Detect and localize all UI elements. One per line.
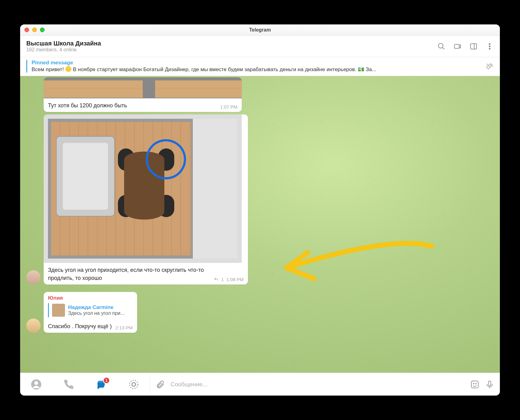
svg-line-1 <box>443 47 444 49</box>
message-bubble[interactable]: Тут хотя бы 1200 должно быть 1:07 PM <box>44 77 242 112</box>
pinned-text: Всем привет! В ноябре стартует марафон Б… <box>32 66 481 73</box>
search-icon[interactable] <box>437 42 445 50</box>
chat-header: Высшая Школа Дизайна 162 members, 4 onli… <box>20 36 500 57</box>
smile-emoji-icon <box>65 66 72 72</box>
message-row: Юлия Надежда Carmine Здесь угол на угол … <box>20 291 500 334</box>
avatar[interactable] <box>26 319 41 333</box>
message-image-floorplan[interactable] <box>44 114 242 263</box>
message-bubble[interactable]: Юлия Надежда Carmine Здесь угол на угол … <box>44 292 137 333</box>
video-chat-icon[interactable] <box>453 42 462 50</box>
chats-icon[interactable]: 1 <box>96 379 107 390</box>
svg-rect-14 <box>471 381 479 388</box>
sidebar-icon[interactable] <box>470 42 478 50</box>
pinned-message[interactable]: Pinned message Всем привет! В ноябре ста… <box>20 57 500 76</box>
reply-snippet: Здесь угол на угол при... <box>68 311 124 316</box>
message-image-thumbnail[interactable] <box>44 77 242 98</box>
message-meta: 2:13 PM <box>115 325 133 330</box>
pinned-body: Pinned message Всем привет! В ноябре ста… <box>32 60 481 73</box>
svg-rect-3 <box>470 44 477 49</box>
svg-point-11 <box>34 381 38 385</box>
footer-bar: 1 <box>20 373 500 396</box>
pinned-text-after: В ноябре стартует марафон Богатый Дизайн… <box>72 66 376 72</box>
titlebar: Telegram <box>20 24 500 36</box>
unread-badge: 1 <box>103 377 110 384</box>
chat-title: Высшая Школа Дизайна <box>26 40 434 47</box>
reply-thumbnail <box>52 304 65 317</box>
attach-icon[interactable] <box>156 380 165 389</box>
footer-nav: 1 <box>20 373 150 396</box>
compose-area <box>150 373 500 396</box>
message-time: 1:07 PM <box>220 104 237 109</box>
svg-rect-2 <box>454 44 459 48</box>
header-actions <box>437 42 494 50</box>
message-row: Здесь угол на угол приходится, если что-… <box>20 113 500 286</box>
reply-count: 1 <box>221 277 224 282</box>
svg-point-5 <box>489 43 490 44</box>
contacts-icon[interactable] <box>31 379 42 390</box>
chat-info[interactable]: Высшая Школа Дизайна 162 members, 4 onli… <box>26 40 434 53</box>
mic-icon[interactable] <box>485 380 494 389</box>
reply-author: Надежда Carmine <box>68 304 124 311</box>
message-time: 2:13 PM <box>115 325 133 330</box>
settings-icon[interactable] <box>128 379 139 390</box>
reply-icon <box>214 277 219 282</box>
message-text: Спасибо . Покручу ещё ) <box>48 322 112 330</box>
svg-point-12 <box>129 380 138 388</box>
message-meta: 1 1:08 PM <box>214 277 244 282</box>
message-meta: 1:07 PM <box>220 104 237 109</box>
reply-quote[interactable]: Надежда Carmine Здесь угол на угол при..… <box>48 303 133 317</box>
sender-name: Юлия <box>44 292 137 301</box>
svg-point-16 <box>476 383 477 384</box>
chat-area[interactable]: Тут хотя бы 1200 должно быть 1:07 PM <box>20 76 500 373</box>
svg-point-7 <box>489 48 490 49</box>
pinned-label: Pinned message <box>32 60 481 66</box>
more-icon[interactable] <box>486 42 494 50</box>
window-title: Telegram <box>20 27 500 33</box>
chat-subtitle: 162 members, 4 online <box>26 47 434 53</box>
svg-rect-17 <box>488 381 491 385</box>
pinned-accent-bar <box>26 60 27 73</box>
message-row: Тут хотя бы 1200 должно быть 1:07 PM <box>20 76 500 113</box>
svg-point-0 <box>438 43 443 48</box>
sticker-icon[interactable] <box>470 380 479 389</box>
svg-point-15 <box>473 383 474 384</box>
svg-point-6 <box>489 46 490 47</box>
message-bubble[interactable]: Здесь угол на угол приходится, если что-… <box>44 114 248 285</box>
svg-point-13 <box>132 383 136 386</box>
pinned-text-before: Всем привет! <box>32 66 65 72</box>
message-list: Тут хотя бы 1200 должно быть 1:07 PM <box>20 76 500 340</box>
app-window: Telegram Высшая Школа Дизайна 162 member… <box>20 24 500 396</box>
message-text: Здесь угол на угол приходится, если что-… <box>48 266 210 282</box>
message-time: 1:08 PM <box>226 277 244 282</box>
pin-list-icon[interactable] <box>485 62 494 71</box>
avatar[interactable] <box>26 270 41 285</box>
message-text: Тут хотя бы 1200 должно быть <box>48 101 216 109</box>
message-input[interactable] <box>171 381 465 388</box>
calls-icon[interactable] <box>63 379 74 390</box>
